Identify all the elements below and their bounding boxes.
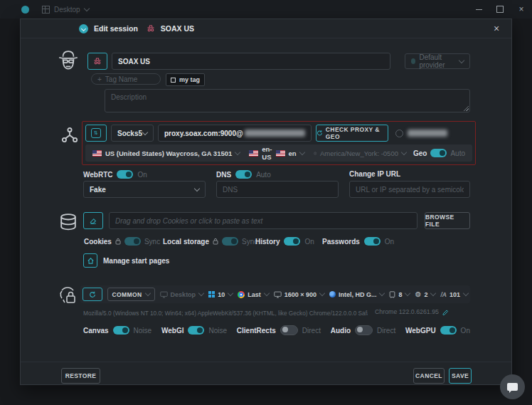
proxy-alert-box: ⇅ Socks5 proxy.soax.com:9000@ CHECK PROX…: [82, 121, 476, 165]
passwords-toggle[interactable]: [364, 237, 381, 246]
tag-chip[interactable]: my tag: [166, 73, 205, 86]
chevron-down-icon: [263, 290, 269, 296]
workspace-menu[interactable]: Desktop: [42, 6, 89, 14]
history-toggle[interactable]: [284, 237, 300, 246]
provider-select[interactable]: Default provider: [405, 53, 470, 69]
manage-start-pages-button[interactable]: Manage start pages: [83, 253, 169, 268]
browser-version-select[interactable]: Last: [238, 291, 269, 298]
dns-toggle[interactable]: [235, 170, 252, 179]
history-state: On: [304, 238, 314, 246]
proxy-order-button[interactable]: ⇅: [85, 125, 107, 142]
canvas-toggle[interactable]: [113, 326, 129, 335]
geo-toggle[interactable]: [430, 149, 447, 157]
proxy-section-icon: [60, 126, 79, 144]
profile-section-icon: [56, 49, 80, 73]
minimize-button[interactable]: [468, 0, 489, 19]
provider-label: Default provider: [419, 53, 459, 69]
description-textarea[interactable]: [105, 89, 470, 112]
local-storage-label: Local storage: [163, 238, 209, 246]
preset-select[interactable]: COMMON: [107, 288, 155, 301]
os-version-select[interactable]: 10: [208, 291, 233, 298]
audio-toggle[interactable]: [355, 325, 373, 335]
provider-icon: [411, 58, 415, 64]
fonts-select[interactable]: /A 101: [440, 291, 468, 298]
us-flag-icon: [249, 150, 258, 157]
tag-name-input[interactable]: + Tag Name: [91, 73, 161, 85]
audio-group: Audio Direct: [331, 325, 395, 335]
browse-file-button[interactable]: BROWSE FILE: [425, 212, 470, 229]
refresh-icon: [316, 130, 323, 137]
restore-button[interactable]: RESTORE: [61, 368, 100, 384]
proxy-protocol-value: Socks5: [117, 130, 142, 137]
canvas-state: Noise: [134, 327, 152, 335]
us-flag-icon: [92, 150, 102, 157]
os-version-value: 10: [218, 291, 225, 298]
dns-input[interactable]: [216, 181, 339, 198]
browser-build-value: Chrome 122.0.6261.95: [375, 308, 439, 315]
webrtc-mode-value: Fake: [90, 186, 106, 194]
ram-select[interactable]: 8: [389, 291, 410, 298]
external-ip-redacted: [408, 130, 447, 137]
window-close-button[interactable]: ×: [511, 0, 532, 19]
regenerate-fingerprint-button[interactable]: [83, 288, 102, 301]
chevron-down-icon: [405, 290, 410, 296]
dns-label: DNS: [216, 171, 231, 179]
platform-select[interactable]: Desktop: [160, 291, 204, 298]
proxy-protocol-select[interactable]: Socks5: [111, 125, 154, 142]
webgpu-state: On: [461, 327, 470, 335]
chevron-down-icon: [463, 290, 469, 296]
webgl-toggle[interactable]: [188, 326, 204, 335]
maximize-button[interactable]: [489, 0, 511, 19]
passwords-group: Passwords On: [322, 237, 394, 246]
dialog-close-icon[interactable]: ×: [487, 19, 506, 38]
profile-icon-button[interactable]: [87, 53, 107, 70]
restore-label: RESTORE: [65, 372, 97, 379]
home-icon: [83, 253, 97, 268]
language-primary: en-US: [262, 145, 272, 161]
webgpu-toggle[interactable]: [440, 326, 457, 335]
save-button[interactable]: SAVE: [449, 368, 472, 384]
chrome-logo-icon: [238, 291, 245, 298]
audio-label: Audio: [331, 327, 351, 335]
clientrects-toggle[interactable]: [280, 325, 298, 335]
clear-cookies-button[interactable]: [83, 212, 103, 229]
dns-state: Auto: [256, 171, 271, 179]
support-chat-button[interactable]: [500, 374, 525, 399]
change-ip-url-input[interactable]: [349, 181, 470, 198]
cookies-toggle[interactable]: [124, 237, 141, 246]
edit-pencil-icon[interactable]: [442, 308, 449, 315]
webrtc-mode-select[interactable]: Fake: [83, 181, 206, 198]
webrtc-toggle[interactable]: [117, 170, 133, 179]
cookies-dropzone[interactable]: Drag and drop Cookies or click to paste …: [109, 212, 417, 229]
proxy-address-input[interactable]: proxy.soax.com:9000@: [158, 125, 312, 142]
chevron-down-icon[interactable]: [299, 149, 304, 154]
check-proxy-button[interactable]: CHECK PROXY & GEO: [316, 125, 388, 142]
ram-value: 8: [398, 291, 402, 298]
clientrects-state: Direct: [302, 327, 321, 335]
refresh-icon: [89, 291, 96, 298]
webgpu-group: WebGPU On: [405, 326, 470, 335]
tag-color-swatch: [171, 78, 176, 83]
resize-grip[interactable]: [464, 106, 469, 111]
timezone-value: America/New_York: -0500: [320, 149, 398, 157]
gpu-select[interactable]: Intel, HD G...: [329, 291, 385, 298]
plus-icon: +: [97, 75, 102, 83]
webrtc-state: On: [137, 171, 147, 179]
edit-session-dialog: Edit session SOAX US ×: [20, 19, 512, 385]
webrtc-label: WebRTC: [83, 171, 112, 179]
chevron-down-icon[interactable]: [235, 149, 240, 154]
session-name-input[interactable]: [112, 53, 390, 70]
save-label: SAVE: [452, 372, 469, 379]
dns-group: DNS Auto: [216, 170, 271, 179]
resolution-value: 1600 × 900: [284, 291, 316, 298]
chevron-down-icon: [144, 290, 150, 296]
cpu-select[interactable]: ⚙ 2: [415, 291, 435, 298]
fingerprint-toolbar: COMMON Desktop 10 Last 1600 ×: [80, 285, 470, 303]
us-flag-icon: [276, 150, 285, 157]
cookies-label: Cookies: [84, 238, 112, 246]
local-storage-toggle[interactable]: [222, 237, 238, 246]
passwords-state: On: [385, 238, 394, 246]
resolution-select[interactable]: 1600 × 900: [274, 291, 324, 298]
chevron-down-icon[interactable]: [401, 149, 407, 154]
cancel-button[interactable]: CANCEL: [413, 368, 445, 384]
